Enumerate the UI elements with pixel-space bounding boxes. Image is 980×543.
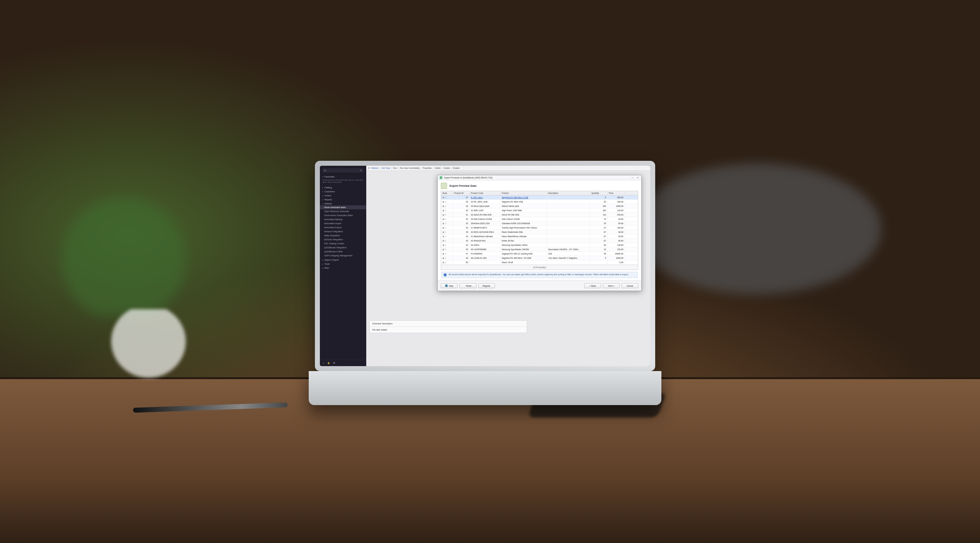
sidebar-item-addons[interactable]: Automated Export: [320, 225, 366, 229]
table-row[interactable]: 14545-LS24F096480Samsung SyncMaster 24K0…: [441, 248, 638, 252]
sidebar-item-addons[interactable]: Open Windows Scheduler: [320, 210, 366, 213]
chevron-right-icon: ▸: [322, 195, 323, 197]
table-row[interactable]: 12933-Moon-Nylon-packDeluxe starter pack…: [441, 204, 638, 208]
lock-icon[interactable]: 🔒: [327, 362, 330, 364]
register-button[interactable]: Register: [478, 283, 495, 288]
sidebar-section-addons[interactable]: ▾ Addons: [320, 201, 366, 205]
cell-price: 90.00: [608, 221, 625, 225]
toolbar-refresh[interactable]: Refresh: [371, 167, 378, 169]
modal-body: Export Preview Data Store Product ID Pro…: [438, 180, 641, 281]
table-row[interactable]: 13637-MDaRYm3DTxToshiba High-Performance…: [441, 226, 638, 230]
cell-qty: 67: [590, 226, 608, 230]
laptop-screen: D ▾ ▾ Favourites To add an item to Favou…: [320, 166, 650, 366]
sidebar-section-orders[interactable]: ▸ Orders: [320, 193, 366, 197]
close-icon[interactable]: ✕: [636, 176, 640, 179]
next-button[interactable]: Next >: [603, 283, 620, 288]
sidebar-section-favourites[interactable]: ▾ Favourites: [320, 175, 366, 178]
cell-code: 33-Moon-Nylon-pack: [469, 204, 501, 208]
cell-code: 42-RxAtx26-Ra1: [469, 239, 501, 243]
sidebar-section-misc[interactable]: ▸ Misc: [320, 266, 366, 270]
cell-code: 32-ASUS-RX-580-4GB: [469, 213, 501, 217]
home-icon[interactable]: ⌂: [323, 362, 324, 364]
table-row[interactable]: 12822-RX_300X_4GBSapphire RX 300X 4GB301…: [441, 200, 638, 204]
cell-price: 90.00: [608, 234, 625, 238]
decor-plant: [19, 37, 229, 315]
col-store[interactable]: Store: [441, 191, 453, 195]
sidebar-item-addons[interactable]: QuickBooks Integration: [320, 246, 366, 249]
sidebar-item-addons[interactable]: eBay Integration: [320, 233, 366, 238]
cell-qty: [590, 260, 608, 264]
toolbar-enable[interactable]: Enable: [444, 167, 450, 169]
cancel-button[interactable]: Cancel: [622, 283, 638, 288]
col-description[interactable]: Description: [547, 191, 590, 195]
cell-pid: 29: [453, 204, 469, 208]
table-row[interactable]: 127N_495_nitro+Sapphire RX 480 Nitro+ 8 …: [441, 195, 638, 200]
chevron-down-icon: ▾: [360, 169, 362, 171]
col-product[interactable]: Product: [501, 191, 547, 195]
cell-pid: 50: [453, 260, 469, 264]
cell-price: 80.00: [608, 239, 625, 243]
sidebar-item-addons[interactable]: Amazon Integration: [320, 229, 366, 233]
cell-store: 1: [441, 239, 453, 243]
cell-pid: 42: [453, 234, 469, 238]
table-row[interactable]: 13234-Intel-Celeron-G1840Intel Celeron G…: [441, 217, 638, 221]
sidebar-item-addons[interactable]: EDGear Integration: [320, 238, 366, 241]
toolbar-run[interactable]: Run: [393, 167, 397, 169]
table-row[interactable]: 14342-RxAtx26-Ra1RxAtx 26 Ra18780.00: [441, 239, 638, 243]
col-product-code[interactable]: Product Code: [469, 191, 501, 195]
cell-product: Sapphire RX 480 Nitro+ OC 8GB: [501, 256, 547, 260]
table-row[interactable]: 14444-228nnSamsung SyncMaster 228nn90140…: [441, 243, 638, 248]
table-row[interactable]: 13132-ASUS-RX-580-4GBASUS RX 580 4GB1102…: [441, 213, 638, 217]
refresh-icon[interactable]: ⟳: [368, 167, 370, 170]
sidebar-item-addons[interactable]: USPS Shipping Management: [320, 254, 366, 257]
sidebar-item-addons[interactable]: QuickBooks Online: [320, 249, 366, 254]
table-row[interactable]: 14241-BlackWidow-UltimateRazer BlackWido…: [441, 234, 638, 239]
sidebar-section-import-export[interactable]: ▸ Import / Export: [320, 257, 366, 262]
cell-pid: 31: [453, 213, 469, 217]
back-button[interactable]: < Back: [584, 283, 601, 288]
table-row[interactable]: 13535443nbl-D353-1520Gskadare RZR6-1523-…: [441, 221, 638, 226]
reset-button[interactable]: Reset…: [460, 283, 476, 288]
toolbar-disable[interactable]: Disable: [453, 167, 460, 169]
table-row[interactable]: 13031-AMC-1205High Power 1200 Watt100120…: [441, 208, 638, 213]
sidebar-section-tools[interactable]: ▸ Tools: [320, 262, 366, 266]
cell-pid: 32: [453, 217, 469, 221]
col-product-id[interactable]: Product ID: [453, 191, 469, 195]
toolbar-run-now[interactable]: Run Now Immediately: [400, 167, 420, 169]
store-selector[interactable]: D ▾: [322, 168, 363, 173]
gear-icon[interactable]: ⚙: [333, 362, 335, 364]
toolbar-grid-tools[interactable]: Grid Tools: [381, 167, 390, 169]
table-row[interactable]: 147PLV4048003Gigabyte RX 480 G1 Gaming 8…: [441, 252, 638, 256]
toolbar-delete[interactable]: Delete: [435, 167, 441, 169]
cell-desc: [547, 217, 590, 221]
modal-titlebar[interactable]: Export Products to QuickBooks (2022-05xX…: [438, 175, 641, 180]
col-quantity[interactable]: Quantity: [590, 191, 608, 195]
col-price[interactable]: Price: [608, 191, 625, 195]
schedule-details-value: [401, 327, 522, 330]
sidebar-section-label: Favourites: [325, 176, 335, 178]
chevron-right-icon: ▸: [322, 259, 323, 261]
table-row[interactable]: 14948-11260-01-20GSapphire RX 480 Nitro+…: [441, 256, 638, 260]
help-button[interactable]: Help: [441, 283, 458, 288]
reset-button-label: Reset…: [466, 285, 474, 287]
cell-desc: [547, 213, 590, 217]
sidebar-section-label: Reports: [325, 198, 332, 201]
sidebar-section-catalog[interactable]: ▸ Catalog: [320, 185, 366, 189]
table-row[interactable]: 150Razer Lift all0.00: [441, 260, 638, 265]
decor-cup: [99, 309, 198, 390]
sidebar-item-addons[interactable]: Show Active Scheduled Tasks: [320, 213, 366, 218]
sidebar-section-reports[interactable]: ▸ Reports: [320, 197, 366, 201]
sidebar-item-addons[interactable]: Automated Backup: [320, 218, 366, 221]
sidebar-section-label: Catalog: [325, 186, 332, 189]
sidebar-item-addons[interactable]: Show scheduled tasks: [320, 205, 366, 210]
minimize-icon[interactable]: —: [631, 176, 634, 179]
cell-qty: 55: [590, 221, 608, 225]
sidebar-section-customers[interactable]: ▸ Customers: [320, 189, 366, 193]
sidebar-item-addons[interactable]: FAC Catalog Creator: [320, 241, 366, 246]
sidebar-item-addons[interactable]: Automated Import: [320, 221, 366, 225]
cell-qty: 30: [590, 200, 608, 204]
cell-qty: 87: [590, 234, 608, 238]
toolbar-properties[interactable]: Properties: [423, 167, 432, 169]
reset-icon: [462, 284, 465, 287]
table-row[interactable]: 13943-RZ01-02210100-R3U1Razer DeathAdder…: [441, 230, 638, 234]
